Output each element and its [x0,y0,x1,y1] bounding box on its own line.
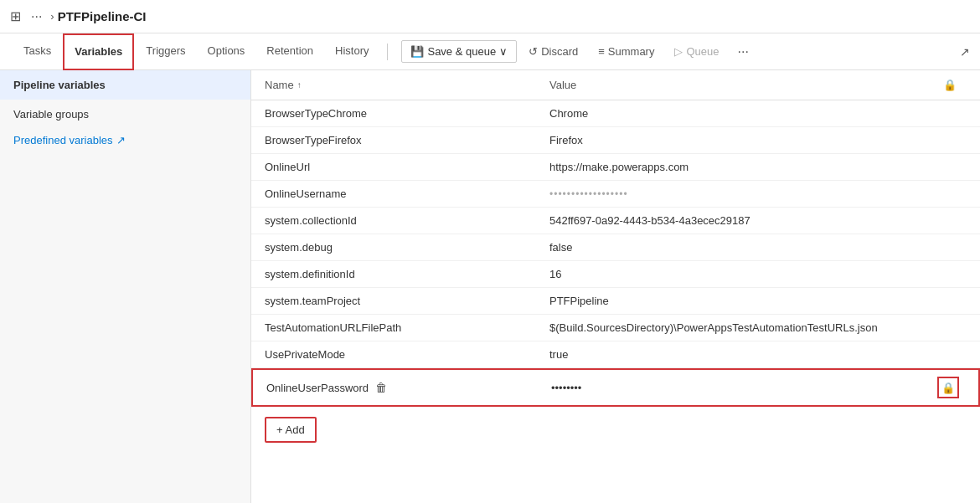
nav-actions: 💾 Save & queue ∨ ↺ Discard ≡ Summary ▷ Q… [401,40,755,64]
summary-button[interactable]: ≡ Summary [590,41,663,62]
top-bar: ⊞ ··· › PTFPipeline-CI [0,0,980,33]
discard-icon: ↺ [529,45,538,58]
row-value-browsertypefirefox: Firefox [549,134,933,146]
table-row: system.teamProject PTFPipeline [251,288,980,315]
name-header-label: Name [265,79,294,91]
summary-icon: ≡ [598,45,605,58]
name-column-header: Name ↑ [265,79,549,91]
table-row: UsePrivateMode true [251,341,980,368]
row-name-onlineuserpassword: OnlineUserPassword 🗑 [266,381,551,394]
add-variable-label: + Add [276,423,305,436]
table-row: OnlineUsername •••••••••••••••••• [251,181,980,208]
queue-label: Queue [686,45,719,58]
row-name-system-debug: system.debug [265,241,549,254]
queue-icon: ▷ [674,45,683,58]
row-lock-onlineuserpassword: 🔒 [931,377,965,398]
page-title: PTFPipeline-CI [58,9,147,23]
row-name-onlineusername: OnlineUsername [265,187,549,200]
sidebar-item-variable-groups[interactable]: Variable groups [0,100,250,129]
row-name-system-collectionid: system.collectionId [265,214,549,227]
nav-divider [387,44,388,60]
variable-groups-label: Variable groups [13,108,89,121]
tab-triggers[interactable]: Triggers [136,33,195,70]
more-options-button[interactable]: ··· [31,9,42,24]
sidebar-item-pipeline-variables[interactable]: Pipeline variables [0,70,250,100]
table-row: OnlineUrl https://make.powerapps.com [251,154,980,181]
expand-button[interactable]: ↗ [960,45,980,59]
queue-button[interactable]: ▷ Queue [666,41,727,62]
external-link-icon: ↗ [116,134,126,146]
save-queue-button[interactable]: 💾 Save & queue ∨ [401,40,517,63]
table-row: system.collectionId 542ff697-0a92-4443-b… [251,208,980,234]
table-row: BrowserTypeFirefox Firefox [251,127,980,154]
save-queue-label: Save & queue [427,45,496,58]
discard-label: Discard [541,45,578,58]
delete-row-button[interactable]: 🗑 [375,381,387,394]
nav-more-button[interactable]: ··· [731,40,756,64]
row-value-system-debug: false [549,241,933,254]
tab-retention[interactable]: Retention [256,33,323,70]
sort-arrow-icon[interactable]: ↑ [297,80,302,90]
table-row: BrowserTypeChrome Chrome [251,100,980,127]
row-name-testautomation: TestAutomationURLFilePath [265,321,549,334]
row-value-onlineurl: https://make.powerapps.com [549,161,933,173]
lock-header-icon: 🔒 [943,79,957,91]
row-name-browsertypefirefox: BrowserTypeFirefox [265,134,549,146]
table-header: Name ↑ Value 🔒 [251,70,980,100]
password-masked-value: •••••••• [551,382,581,394]
row-name-system-definitionid: system.definitionId [265,268,549,280]
lock-column-header: 🔒 [933,79,967,91]
tab-variables[interactable]: Variables [63,33,134,70]
online-user-password-row: OnlineUserPassword 🗑 •••••••• 🔒 [251,368,980,407]
predefined-link-label: Predefined variables [13,134,113,146]
row-value-system-collectionid: 542ff697-0a92-4443-b534-4a3ecec29187 [549,214,933,227]
save-icon: 💾 [410,45,424,58]
summary-label: Summary [608,45,655,58]
value-column-header: Value [549,79,933,91]
predefined-variables-link[interactable]: Predefined variables ↗ [0,129,250,151]
app-icon: ⊞ [10,8,21,24]
main-content: Pipeline variables Variable groups Prede… [0,70,980,503]
row-name-browsertypechrome: BrowserTypeChrome [265,107,549,120]
row-name-onlineurl: OnlineUrl [265,161,549,173]
tab-tasks[interactable]: Tasks [13,33,61,70]
variables-panel: Name ↑ Value 🔒 BrowserTypeChrome Chrome … [251,70,980,503]
row-value-browsertypechrome: Chrome [549,107,933,120]
row-name-system-teamproject: system.teamProject [265,295,549,307]
row-name-useprivatemode: UsePrivateMode [265,348,549,361]
row-value-onlineusername: •••••••••••••••••• [549,187,933,200]
pipeline-variables-label: Pipeline variables [13,79,106,91]
row-value-testautomation: $(Build.SourcesDirectory)\PowerAppsTestA… [549,321,933,334]
lock-icon: 🔒 [941,382,955,394]
tab-history[interactable]: History [325,33,379,70]
sidebar: Pipeline variables Variable groups Prede… [0,70,251,503]
row-value-onlineuserpassword: •••••••• [551,382,931,394]
tab-options[interactable]: Options [198,33,255,70]
table-row: TestAutomationURLFilePath $(Build.Source… [251,315,980,341]
row-value-useprivatemode: true [549,348,933,361]
discard-button[interactable]: ↺ Discard [520,41,586,62]
table-row: system.debug false [251,234,980,261]
save-chevron-icon: ∨ [499,45,508,58]
onlineuserpassword-label: OnlineUserPassword [266,382,369,394]
row-value-system-definitionid: 16 [549,268,933,280]
row-value-system-teamproject: PTFPipeline [549,295,933,307]
breadcrumb-separator: › [50,10,54,23]
lock-button[interactable]: 🔒 [937,377,959,398]
add-variable-button[interactable]: + Add [265,417,317,443]
table-row: system.definitionId 16 [251,261,980,288]
nav-tabs-bar: Tasks Variables Triggers Options Retenti… [0,33,980,70]
